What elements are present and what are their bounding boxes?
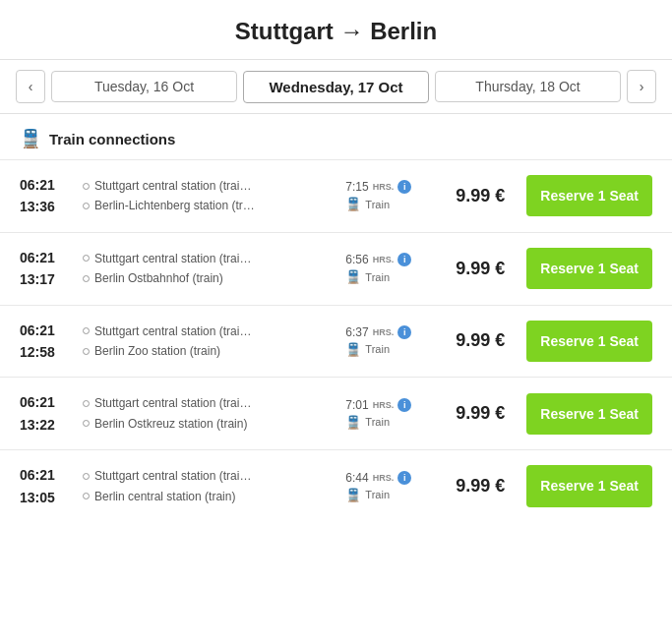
type-line: 🚆 Train	[345, 488, 434, 502]
section-title-label: Train connections	[49, 131, 175, 147]
type-line: 🚆 Train	[345, 415, 434, 430]
route-info: Stuttgart central station (trai… Berlin …	[83, 249, 334, 289]
to-dot	[83, 275, 90, 282]
price: 9.99 €	[446, 186, 515, 206]
reserve-seat-button[interactable]: Reserve 1 Seat	[526, 248, 652, 289]
page-title: Stuttgart → Berlin	[20, 18, 652, 45]
from-dot	[83, 183, 90, 190]
type-line: 🚆 Train	[345, 197, 434, 211]
duration-block: 6:44 HRS. i 🚆 Train	[345, 471, 434, 502]
from-station: Stuttgart central station (trai…	[94, 466, 251, 486]
arrive-time: 13:17	[20, 268, 71, 290]
train-type-icon: 🚆	[345, 197, 361, 211]
to-station: Berlin Ostbahnhof (train)	[94, 268, 223, 288]
info-icon[interactable]: i	[397, 253, 411, 266]
date-tab-thursday[interactable]: Thursday, 18 Oct	[435, 71, 621, 102]
duration-block: 7:15 HRS. i 🚆 Train	[345, 180, 434, 211]
times-block: 06:21 13:36	[20, 174, 71, 218]
section-header: 🚆 Train connections	[0, 114, 672, 159]
from-dot	[83, 473, 90, 480]
duration-value: 7:01	[345, 398, 368, 412]
times-block: 06:21 13:22	[20, 391, 71, 436]
from-station-line: Stuttgart central station (trai…	[83, 466, 334, 486]
train-type-icon: 🚆	[345, 415, 361, 430]
reserve-seat-button[interactable]: Reserve 1 Seat	[526, 465, 652, 506]
type-line: 🚆 Train	[345, 269, 434, 284]
connection-row: 06:21 13:05 Stuttgart central station (t…	[0, 449, 672, 522]
from-dot	[83, 255, 90, 262]
info-icon[interactable]: i	[397, 180, 411, 194]
hrs-label: HRS.	[373, 255, 395, 264]
to-station: Berlin Zoo station (train)	[94, 341, 220, 361]
to-station-line: Berlin Ostkreuz station (train)	[83, 414, 334, 434]
depart-time: 06:21	[20, 247, 71, 268]
duration-line: 6:56 HRS. i	[345, 253, 434, 266]
connection-row: 06:21 13:22 Stuttgart central station (t…	[0, 377, 672, 449]
price: 9.99 €	[446, 403, 515, 424]
from-dot	[83, 327, 90, 334]
depart-time: 06:21	[20, 320, 71, 341]
train-section-icon: 🚆	[20, 128, 41, 149]
to-station: Berlin central station (train)	[94, 487, 235, 506]
duration-block: 6:56 HRS. i 🚆 Train	[345, 253, 434, 284]
train-type-label: Train	[365, 343, 390, 355]
arrive-time: 13:36	[20, 196, 71, 217]
prev-date-button[interactable]: ‹	[16, 70, 45, 103]
from-station: Stuttgart central station (trai…	[94, 393, 251, 413]
duration-value: 7:15	[345, 180, 368, 194]
train-type-label: Train	[365, 489, 390, 500]
route-info: Stuttgart central station (trai… Berlin …	[83, 393, 334, 434]
duration-value: 6:44	[345, 471, 368, 485]
from-station: Stuttgart central station (trai…	[94, 322, 251, 341]
reserve-seat-button[interactable]: Reserve 1 Seat	[526, 321, 652, 362]
arrive-time: 12:58	[20, 341, 71, 363]
connection-row: 06:21 12:58 Stuttgart central station (t…	[0, 305, 672, 378]
to-dot	[83, 348, 90, 355]
duration-line: 6:44 HRS. i	[345, 471, 434, 485]
date-tab-tuesday[interactable]: Tuesday, 16 Oct	[51, 71, 237, 102]
train-type-label: Train	[365, 416, 390, 428]
duration-block: 7:01 HRS. i 🚆 Train	[345, 398, 434, 430]
page-header: Stuttgart → Berlin	[0, 0, 672, 60]
train-type-icon: 🚆	[345, 342, 361, 357]
to-station: Berlin Ostkreuz station (train)	[94, 414, 247, 434]
depart-time: 06:21	[20, 464, 71, 486]
depart-time: 06:21	[20, 391, 71, 413]
reserve-seat-button[interactable]: Reserve 1 Seat	[526, 175, 652, 216]
route-info: Stuttgart central station (trai… Berlin …	[83, 466, 334, 506]
duration-line: 7:15 HRS. i	[345, 180, 434, 194]
to-station-line: Berlin-Lichtenberg station (tr…	[83, 196, 334, 215]
date-navigation: ‹ Tuesday, 16 Oct Wednesday, 17 Oct Thur…	[0, 60, 672, 114]
price: 9.99 €	[446, 259, 515, 279]
next-date-button[interactable]: ›	[627, 70, 656, 103]
hrs-label: HRS.	[373, 327, 395, 337]
to-dot	[83, 420, 90, 427]
type-line: 🚆 Train	[345, 342, 434, 357]
duration-line: 7:01 HRS. i	[345, 398, 434, 412]
date-tab-wednesday[interactable]: Wednesday, 17 Oct	[243, 71, 429, 103]
to-station: Berlin-Lichtenberg station (tr…	[94, 196, 255, 215]
from-dot	[83, 400, 90, 407]
to-dot	[83, 493, 90, 499]
from-station: Stuttgart central station (trai…	[94, 249, 251, 268]
info-icon[interactable]: i	[397, 471, 411, 485]
duration-line: 6:37 HRS. i	[345, 325, 434, 339]
from-station-line: Stuttgart central station (trai…	[83, 393, 334, 413]
price: 9.99 €	[446, 476, 515, 497]
info-icon[interactable]: i	[397, 398, 411, 412]
hrs-label: HRS.	[373, 182, 395, 192]
arrive-time: 13:22	[20, 414, 71, 436]
route-info: Stuttgart central station (trai… Berlin-…	[83, 176, 334, 216]
connection-list: 06:21 13:36 Stuttgart central station (t…	[0, 159, 672, 522]
to-station-line: Berlin central station (train)	[83, 487, 334, 506]
depart-time: 06:21	[20, 174, 71, 196]
times-block: 06:21 13:05	[20, 464, 71, 508]
duration-block: 6:37 HRS. i 🚆 Train	[345, 325, 434, 357]
hrs-label: HRS.	[373, 400, 395, 410]
connection-row: 06:21 13:36 Stuttgart central station (t…	[0, 159, 672, 232]
reserve-seat-button[interactable]: Reserve 1 Seat	[526, 393, 652, 435]
connection-row: 06:21 13:17 Stuttgart central station (t…	[0, 232, 672, 305]
route-info: Stuttgart central station (trai… Berlin …	[83, 322, 334, 362]
info-icon[interactable]: i	[397, 325, 411, 339]
from-station-line: Stuttgart central station (trai…	[83, 249, 334, 268]
